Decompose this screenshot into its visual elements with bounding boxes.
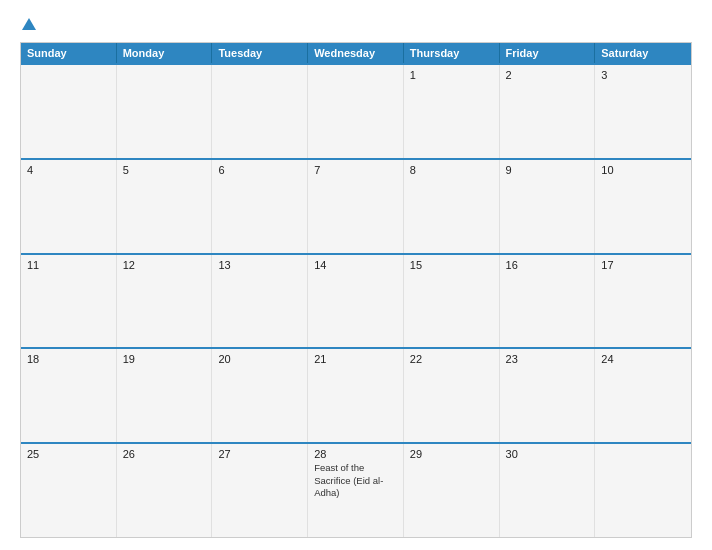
day-number: 9 <box>506 164 589 176</box>
day-number: 24 <box>601 353 685 365</box>
day-number: 25 <box>27 448 110 460</box>
logo-text <box>20 18 36 32</box>
day-number: 18 <box>27 353 110 365</box>
calendar-cell: 30 <box>500 444 596 537</box>
day-number: 6 <box>218 164 301 176</box>
calendar-cell: 2 <box>500 65 596 158</box>
calendar-page: Sunday Monday Tuesday Wednesday Thursday… <box>0 0 712 550</box>
calendar-cell: 13 <box>212 255 308 348</box>
calendar-cell: 7 <box>308 160 404 253</box>
calendar-cell: 12 <box>117 255 213 348</box>
calendar-cell: 1 <box>404 65 500 158</box>
day-number: 1 <box>410 69 493 81</box>
header-tuesday: Tuesday <box>212 43 308 63</box>
day-number: 14 <box>314 259 397 271</box>
calendar-cell: 16 <box>500 255 596 348</box>
week-row-3: 11121314151617 <box>21 253 691 348</box>
logo-triangle-icon <box>22 18 36 30</box>
calendar-cell: 8 <box>404 160 500 253</box>
week-row-4: 18192021222324 <box>21 347 691 442</box>
week-row-2: 45678910 <box>21 158 691 253</box>
day-number: 11 <box>27 259 110 271</box>
calendar-cell: 23 <box>500 349 596 442</box>
day-number: 23 <box>506 353 589 365</box>
calendar-cell: 25 <box>21 444 117 537</box>
calendar-cell <box>212 65 308 158</box>
week-row-1: 123 <box>21 63 691 158</box>
day-number: 19 <box>123 353 206 365</box>
header-saturday: Saturday <box>595 43 691 63</box>
calendar-body: 1234567891011121314151617181920212223242… <box>21 63 691 537</box>
header <box>20 18 692 32</box>
day-number: 21 <box>314 353 397 365</box>
day-number: 22 <box>410 353 493 365</box>
header-friday: Friday <box>500 43 596 63</box>
calendar-cell <box>117 65 213 158</box>
calendar-cell: 29 <box>404 444 500 537</box>
day-number: 2 <box>506 69 589 81</box>
calendar-cell: 9 <box>500 160 596 253</box>
calendar-cell: 21 <box>308 349 404 442</box>
day-number: 10 <box>601 164 685 176</box>
holiday-text: Feast of the Sacrifice (Eid al-Adha) <box>314 462 397 499</box>
day-number: 17 <box>601 259 685 271</box>
day-number: 26 <box>123 448 206 460</box>
calendar-cell: 3 <box>595 65 691 158</box>
calendar-cell: 19 <box>117 349 213 442</box>
header-wednesday: Wednesday <box>308 43 404 63</box>
day-number: 27 <box>218 448 301 460</box>
calendar-cell: 24 <box>595 349 691 442</box>
calendar-cell: 28Feast of the Sacrifice (Eid al-Adha) <box>308 444 404 537</box>
day-number: 20 <box>218 353 301 365</box>
calendar-cell: 10 <box>595 160 691 253</box>
calendar-cell: 6 <box>212 160 308 253</box>
calendar-cell: 15 <box>404 255 500 348</box>
header-sunday: Sunday <box>21 43 117 63</box>
calendar-cell: 5 <box>117 160 213 253</box>
day-number: 15 <box>410 259 493 271</box>
calendar-cell: 27 <box>212 444 308 537</box>
calendar-cell: 22 <box>404 349 500 442</box>
day-number: 7 <box>314 164 397 176</box>
calendar: Sunday Monday Tuesday Wednesday Thursday… <box>20 42 692 538</box>
calendar-cell: 14 <box>308 255 404 348</box>
day-number: 29 <box>410 448 493 460</box>
calendar-cell: 4 <box>21 160 117 253</box>
calendar-cell: 18 <box>21 349 117 442</box>
day-number: 4 <box>27 164 110 176</box>
day-number: 13 <box>218 259 301 271</box>
week-row-5: 25262728Feast of the Sacrifice (Eid al-A… <box>21 442 691 537</box>
header-monday: Monday <box>117 43 213 63</box>
day-number: 8 <box>410 164 493 176</box>
calendar-cell <box>308 65 404 158</box>
day-number: 5 <box>123 164 206 176</box>
calendar-cell: 11 <box>21 255 117 348</box>
calendar-cell <box>595 444 691 537</box>
day-number: 28 <box>314 448 397 460</box>
day-number: 30 <box>506 448 589 460</box>
calendar-cell: 20 <box>212 349 308 442</box>
calendar-header-row: Sunday Monday Tuesday Wednesday Thursday… <box>21 43 691 63</box>
calendar-cell: 26 <box>117 444 213 537</box>
calendar-cell <box>21 65 117 158</box>
day-number: 16 <box>506 259 589 271</box>
logo <box>20 18 36 32</box>
day-number: 12 <box>123 259 206 271</box>
header-thursday: Thursday <box>404 43 500 63</box>
day-number: 3 <box>601 69 685 81</box>
calendar-cell: 17 <box>595 255 691 348</box>
